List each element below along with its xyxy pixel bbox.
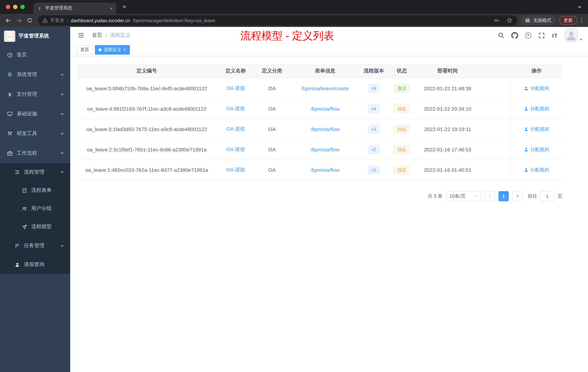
reload-icon[interactable] bbox=[25, 15, 35, 25]
maximize-window-button[interactable] bbox=[20, 5, 25, 9]
definition-name-link[interactable]: OA 请假 bbox=[226, 85, 245, 92]
goto-page: 前往 页 bbox=[528, 191, 562, 201]
tab-close-icon[interactable]: × bbox=[110, 5, 113, 11]
definition-table: 定义编号 定义名称 定义分类 表单信息 流程版本 状态 部署时间 操作 oa_l… bbox=[77, 64, 562, 180]
gear-icon: ⚙ bbox=[7, 71, 13, 78]
page-size-select[interactable]: 10条/页 bbox=[446, 191, 481, 201]
definition-category: OA bbox=[254, 139, 289, 159]
assign-rule-button[interactable]: 分配规则 bbox=[524, 146, 549, 153]
chevron-down-icon bbox=[60, 92, 64, 97]
search-icon[interactable] bbox=[496, 30, 506, 40]
workflow-submenu: 流程管理 流程表单 用户分组 bbox=[0, 163, 70, 274]
tag-process-definition[interactable]: 流程定义 × bbox=[95, 45, 130, 55]
browser-menu-icon[interactable]: ⋮ bbox=[578, 17, 585, 24]
chevron-up-icon bbox=[60, 151, 64, 155]
form-info-link[interactable]: /bpm/oa/flow bbox=[311, 126, 340, 132]
table-row: oa_leave:1:482ec033-762a-11ec-8477-a2380… bbox=[77, 160, 562, 180]
next-page-button[interactable] bbox=[512, 191, 523, 201]
form-info-link[interactable]: /bpm/oa/flow bbox=[311, 106, 340, 111]
goto-page-input[interactable] bbox=[540, 191, 555, 201]
paper-plane-icon bbox=[21, 224, 28, 230]
app-title: 芋道管理系统 bbox=[19, 33, 49, 39]
password-key-icon[interactable] bbox=[492, 17, 502, 23]
chevron-down-icon bbox=[60, 243, 64, 248]
collapse-sidebar-icon[interactable] bbox=[75, 32, 87, 39]
sidebar-item-workflow[interactable]: 工作流程 bbox=[0, 143, 70, 163]
close-window-button[interactable] bbox=[6, 5, 10, 9]
address-bar[interactable]: 不安全 | dashboard.yudao.iocoder.cn/bpm/man… bbox=[38, 15, 517, 25]
sidebar-item-process-form[interactable]: 流程表单 bbox=[0, 181, 70, 199]
definition-name-link[interactable]: OA 请假 bbox=[226, 126, 245, 132]
table-row: oa_leave:2:3c1f0ef1-76b1-11ec-9c66-a2380… bbox=[77, 139, 562, 160]
tag-close-icon[interactable]: × bbox=[123, 47, 126, 52]
sidebar-item-label: 请假查询 bbox=[24, 261, 44, 268]
definition-name-link[interactable]: OA 请假 bbox=[226, 105, 245, 112]
yen-icon: ¥ bbox=[7, 91, 13, 97]
breadcrumb-current: 流程定义 bbox=[110, 32, 131, 39]
assign-rule-button[interactable]: 分配规则 bbox=[524, 126, 549, 132]
minimize-window-button[interactable] bbox=[13, 5, 17, 9]
page-number-1[interactable]: 1 bbox=[499, 191, 509, 201]
update-browser-button[interactable]: 更新 bbox=[559, 16, 577, 25]
chevron-down-icon bbox=[474, 194, 478, 198]
help-icon[interactable]: ? bbox=[523, 30, 533, 40]
sidebar: 芋道管理系统 首页 ⚙ 系统管理 ¥ 支付管理 bbox=[0, 27, 70, 372]
forward-icon[interactable] bbox=[14, 15, 24, 25]
sidebar-item-system[interactable]: ⚙ 系统管理 bbox=[0, 65, 70, 85]
sidebar-item-payment[interactable]: ¥ 支付管理 bbox=[0, 85, 70, 104]
table-header-row: 定义编号 定义名称 定义分类 表单信息 流程版本 状态 部署时间 操作 bbox=[77, 64, 562, 78]
monitor-icon bbox=[7, 111, 13, 117]
browser-tab[interactable]: 芋道管理系统 × bbox=[33, 2, 116, 14]
new-tab-button[interactable]: + bbox=[119, 2, 129, 12]
page-content: 定义编号 定义名称 定义分类 表单信息 流程版本 状态 部署时间 操作 oa_l… bbox=[70, 56, 588, 201]
chevron-down-icon bbox=[60, 72, 64, 77]
sidebar-item-label: 任务管理 bbox=[24, 242, 44, 249]
dashboard-icon bbox=[7, 52, 13, 58]
assign-rule-button[interactable]: 分配规则 bbox=[524, 105, 549, 112]
col-header-form: 表单信息 bbox=[289, 64, 361, 78]
tab-search-icon[interactable] bbox=[577, 4, 582, 10]
col-header-deploy-time: 部署时间 bbox=[417, 64, 479, 78]
definition-name-link[interactable]: OA 请假 bbox=[226, 146, 245, 153]
tag-home[interactable]: 首页 bbox=[77, 45, 93, 55]
prev-page-button[interactable] bbox=[485, 191, 495, 201]
sidebar-item-infrastructure[interactable]: 基础设施 bbox=[0, 104, 70, 124]
app-logo-row[interactable]: 芋道管理系统 bbox=[0, 27, 70, 45]
main-area: 首页 / 流程定义 流程模型 - 定义列表 ? tT bbox=[70, 27, 588, 372]
sidebar-item-user-group[interactable]: 用户分组 bbox=[0, 199, 70, 218]
favicon bbox=[37, 6, 42, 11]
security-label[interactable]: 不安全 bbox=[50, 17, 64, 24]
browser-toolbar: 不安全 | dashboard.yudao.iocoder.cn/bpm/man… bbox=[0, 14, 588, 27]
col-header-filler bbox=[479, 64, 511, 78]
sidebar-item-process-model[interactable]: 流程模型 bbox=[0, 218, 70, 236]
sidebar-item-home[interactable]: 首页 bbox=[0, 45, 70, 65]
user-avatar bbox=[565, 29, 578, 42]
font-size-icon[interactable]: tT bbox=[550, 30, 560, 40]
assign-rule-button[interactable]: 分配规则 bbox=[524, 85, 549, 92]
sidebar-item-process-management[interactable]: 流程管理 bbox=[0, 163, 70, 181]
briefcase-icon bbox=[7, 150, 13, 156]
person-icon bbox=[14, 262, 20, 267]
assign-rule-button[interactable]: 分配规则 bbox=[524, 166, 549, 173]
definition-name-link[interactable]: OA 请假 bbox=[226, 166, 245, 173]
sidebar-item-task-management[interactable]: 任务管理 bbox=[0, 236, 70, 255]
warning-icon bbox=[42, 18, 48, 23]
form-info-link[interactable]: /bpm/oa/flow bbox=[311, 146, 340, 152]
flag-icon bbox=[14, 243, 20, 248]
github-icon[interactable] bbox=[509, 30, 520, 40]
col-header-action: 操作 bbox=[511, 64, 562, 78]
chevron-down-icon bbox=[60, 112, 64, 116]
fullscreen-icon[interactable] bbox=[536, 30, 546, 40]
back-icon[interactable] bbox=[3, 15, 13, 25]
sidebar-item-leave-query[interactable]: 请假查询 bbox=[0, 255, 70, 274]
form-info-link[interactable]: /bpm/oa/leave/create bbox=[301, 85, 349, 91]
definition-id: oa_leave:4:991f2193-7b7f-11ec-a3c8-acde4… bbox=[77, 99, 217, 119]
question-glyph: ? bbox=[525, 32, 531, 38]
sidebar-item-dev-tools[interactable]: ⚒ 研发工具 bbox=[0, 124, 70, 143]
form-info-link[interactable]: /bpm/oa/flow bbox=[311, 167, 340, 173]
user-menu[interactable] bbox=[565, 29, 583, 42]
bookmark-star-icon[interactable] bbox=[504, 17, 514, 23]
breadcrumb-home[interactable]: 首页 bbox=[92, 32, 102, 39]
definition-category: OA bbox=[254, 99, 289, 119]
deploy-time: 2022-01-22 19:19:11 bbox=[417, 119, 479, 139]
